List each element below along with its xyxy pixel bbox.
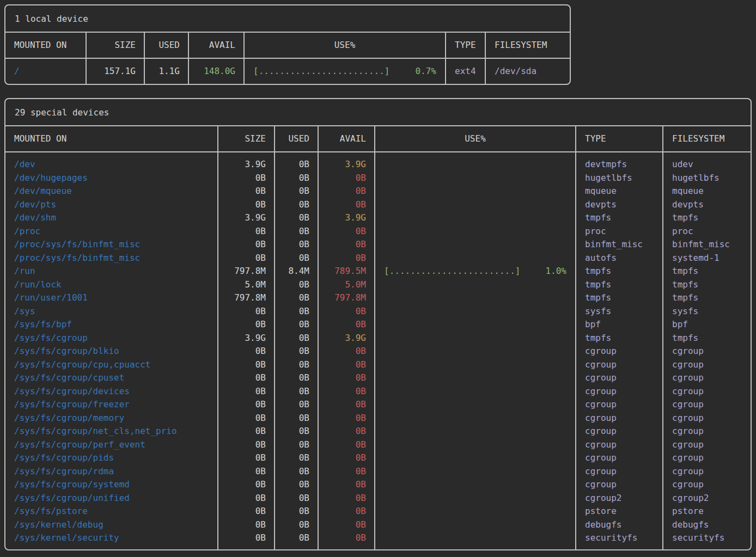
table-body: /157.1G1.1G148.0G[......................… xyxy=(5,59,570,84)
avail-cell: 0B xyxy=(319,185,374,198)
size-cell: 0B xyxy=(218,518,274,532)
avail-cell: 0B xyxy=(319,318,374,332)
usage-cell xyxy=(375,252,575,265)
size-cell: 0B xyxy=(218,172,274,185)
usage-cell xyxy=(375,438,575,452)
type-cell: ext4 xyxy=(446,59,485,84)
avail-cell: 0B xyxy=(319,345,374,358)
size-cell: 0B xyxy=(218,465,274,479)
avail-cell: 0B xyxy=(319,438,374,452)
avail-cell: 0B xyxy=(319,518,374,532)
usage-cell xyxy=(375,518,575,532)
table-header-row: MOUNTED ONSIZEUSEDAVAILUSE%TYPEFILESYSTE… xyxy=(5,33,570,59)
header-cell-size: SIZE xyxy=(87,33,145,58)
avail-cell: 0B xyxy=(319,371,374,385)
usage-cell xyxy=(375,492,575,505)
used-cell: 0B xyxy=(275,238,318,252)
usage-cell xyxy=(375,158,575,172)
filesystem-cell: cgroup xyxy=(663,358,751,372)
type-cell: mqueue xyxy=(576,185,662,198)
special-devices-table: 29 special devices MOUNTED ONSIZEUSEDAVA… xyxy=(4,98,752,550)
size-cell: 0B xyxy=(218,531,274,545)
used-cell: 0B xyxy=(275,225,318,238)
type-cell: tmpfs xyxy=(576,211,662,225)
mounted-on-cell: /proc xyxy=(5,225,217,238)
filesystem-cell: binfmt_misc xyxy=(663,238,751,252)
used-cell: 0B xyxy=(275,345,318,358)
header-cell-use-percent: USE% xyxy=(245,33,446,58)
avail-cell: 0B xyxy=(319,172,374,185)
size-cell: 0B xyxy=(218,438,274,452)
filesystem-cell: sysfs xyxy=(663,305,751,319)
avail-cell: 0B xyxy=(319,492,374,505)
type-cell: debugfs xyxy=(576,518,662,532)
usage-cell: [........................]0.7% xyxy=(245,59,445,84)
usage-cell xyxy=(375,305,575,319)
usage-cell xyxy=(375,345,575,358)
avail-cell: 789.5M xyxy=(319,265,374,278)
size-cell: 157.1G xyxy=(87,59,144,84)
avail-cell: 5.0M xyxy=(319,278,374,292)
table-title-local-devices: 1 local device xyxy=(5,5,570,33)
type-cell: devpts xyxy=(576,198,662,212)
filesystem-cell: cgroup2 xyxy=(663,492,751,505)
type-cell: sysfs xyxy=(576,305,662,319)
type-cell: hugetlbfs xyxy=(576,172,662,185)
header-cell-mounted-on: MOUNTED ON xyxy=(5,126,218,151)
type-cell: cgroup xyxy=(576,412,662,425)
type-cell: autofs xyxy=(576,252,662,265)
usage-cell xyxy=(375,371,575,385)
filesystem-cell: tmpfs xyxy=(663,291,751,305)
avail-cell: 0B xyxy=(319,478,374,492)
avail-cell: 0B xyxy=(319,505,374,518)
type-cell: binfmt_misc xyxy=(576,238,662,252)
used-cell: 0B xyxy=(275,412,318,425)
avail-cell: 0B xyxy=(319,398,374,412)
mounted-on-cell: /sys/fs/pstore xyxy=(5,505,217,518)
column-type: devtmpfshugetlbfsmqueuedevptstmpfsprocbi… xyxy=(576,152,663,549)
used-cell: 0B xyxy=(275,332,318,345)
mounted-on-cell: /dev/hugepages xyxy=(5,172,217,185)
usage-cell xyxy=(375,451,575,465)
filesystem-cell: tmpfs xyxy=(663,211,751,225)
filesystem-cell: hugetlbfs xyxy=(663,172,751,185)
size-cell: 0B xyxy=(218,358,274,372)
column-used: 0B0B0B0B0B0B0B0B8.4M0B0B0B0B0B0B0B0B0B0B… xyxy=(275,152,319,549)
size-cell: 0B xyxy=(218,252,274,265)
header-cell-avail: AVAIL xyxy=(319,126,375,151)
used-cell: 0B xyxy=(275,318,318,332)
header-cell-use-percent: USE% xyxy=(375,126,576,151)
mounted-on-cell: /sys/fs/cgroup/pids xyxy=(5,451,217,465)
size-cell: 3.9G xyxy=(218,158,274,172)
size-cell: 797.8M xyxy=(218,291,274,305)
avail-cell: 0B xyxy=(319,451,374,465)
avail-cell: 0B xyxy=(319,225,374,238)
avail-cell: 3.9G xyxy=(319,158,374,172)
column-filesystem: udevhugetlbfsmqueuedevptstmpfsprocbinfmt… xyxy=(663,152,751,549)
table-body: /dev/dev/hugepages/dev/mqueue/dev/pts/de… xyxy=(5,152,751,549)
usage-bar: [........................] xyxy=(384,265,520,278)
avail-cell: 148.0G xyxy=(189,59,243,84)
filesystem-cell: debugfs xyxy=(663,518,751,532)
filesystem-cell: cgroup xyxy=(663,412,751,425)
header-cell-size: SIZE xyxy=(218,126,275,151)
avail-cell: 0B xyxy=(319,412,374,425)
usage-cell: [........................]1.0% xyxy=(375,265,575,278)
used-cell: 0B xyxy=(275,172,318,185)
avail-cell: 3.9G xyxy=(319,332,374,345)
mounted-on-cell: /sys/kernel/debug xyxy=(5,518,217,532)
avail-cell: 0B xyxy=(319,465,374,479)
mounted-on-cell: /sys/fs/bpf xyxy=(5,318,217,332)
avail-cell: 3.9G xyxy=(319,211,374,225)
used-cell: 0B xyxy=(275,451,318,465)
usage-cell xyxy=(375,332,575,345)
mounted-on-cell: /sys/fs/cgroup/systemd xyxy=(5,478,217,492)
mounted-on-cell: /sys/fs/cgroup/blkio xyxy=(5,345,217,358)
type-cell: cgroup xyxy=(576,371,662,385)
column-mounted-on: /dev/dev/hugepages/dev/mqueue/dev/pts/de… xyxy=(5,152,218,549)
size-cell: 0B xyxy=(218,198,274,212)
filesystem-cell: udev xyxy=(663,158,751,172)
filesystem-cell: cgroup xyxy=(663,478,751,492)
usage-cell xyxy=(375,172,575,185)
usage-cell xyxy=(375,198,575,212)
